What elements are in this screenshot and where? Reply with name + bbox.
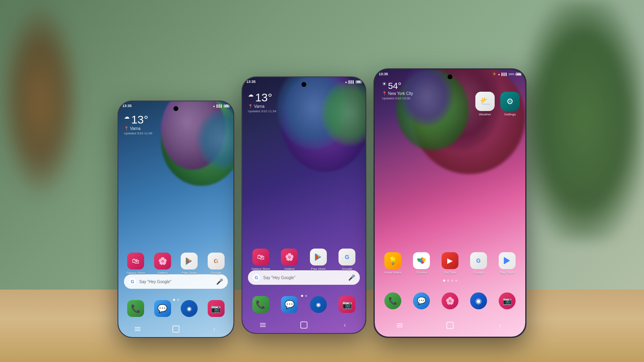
battery-pct-right: 89% — [509, 73, 514, 76]
weather-icon-right: ☀ — [382, 81, 387, 87]
phone-right: 13:35 🔕 ▲ ▌▌▌ 89% ☀ 54° 📍 New York City — [374, 68, 526, 338]
app-galaxy-store-center[interactable]: 🛍 Galaxy Store — [248, 249, 274, 271]
search-bar-center[interactable]: G Say "Hey Google" 🎤 — [248, 270, 360, 285]
status-time-center: 13:35 — [246, 80, 256, 84]
app-galaxy-store-left[interactable]: 🛍 Galaxy Store — [124, 253, 148, 275]
nav-back-right[interactable]: ‹ — [496, 321, 504, 329]
nav-home-center[interactable] — [300, 321, 308, 329]
weather-updated-center: Updated 3/10 11:34 — [248, 109, 276, 113]
google-g-left: G — [129, 278, 136, 285]
mic-icon-left[interactable]: 🎤 — [216, 278, 223, 285]
app-youtube-right[interactable]: ▶ YouTube — [438, 252, 463, 274]
app-google-right[interactable]: G Google — [466, 252, 491, 274]
galaxy-store-label-left: Galaxy Store — [126, 271, 145, 275]
app-google-center[interactable]: G Google — [334, 249, 360, 271]
dock-pay-left[interactable]: ◉ — [178, 300, 201, 317]
dock-phone-left[interactable]: 📞 — [124, 300, 148, 317]
app-google-left[interactable]: G Google — [204, 253, 228, 275]
app-grid-center: 🛍 Galaxy Store 🌸 Gallery Play Store — [248, 249, 360, 271]
nav-back-center[interactable]: ‹ — [341, 321, 349, 329]
status-bar-left: 13:35 ▲ ▌▌▌ — [122, 104, 229, 108]
search-bar-left[interactable]: G Say "Hey Google" 🎤 — [124, 274, 228, 289]
nav-recent-left[interactable] — [134, 325, 142, 333]
weather-updated-left: Updated 3/10 11:09 — [124, 132, 152, 135]
weather-icon-app-right: ⛅ — [475, 92, 495, 111]
nav-bar-right: ‹ — [375, 321, 525, 329]
nav-recent-center[interactable] — [259, 321, 267, 329]
dot-active-right-1 — [443, 280, 445, 282]
dock-phone-center[interactable]: 📞 — [248, 296, 274, 313]
dock-camera-left[interactable]: 📷 — [204, 300, 228, 317]
dock-camera-right[interactable]: 📷 — [494, 292, 520, 309]
nav-recent-right[interactable] — [396, 321, 404, 329]
app-settings-right[interactable]: ⚙ Settings — [500, 92, 520, 116]
app-play-store-center[interactable]: Play Store — [305, 249, 331, 271]
galaxy-store-label-center: Galaxy Store — [252, 267, 270, 271]
phone-center: 13:35 ▲ ▌▌▌ ☁ 13° 📍 Varna Updated 3/10 1… — [242, 76, 366, 334]
status-time-right: 13:35 — [379, 72, 388, 76]
play-store-icon-left — [181, 253, 198, 269]
app-gallery-center[interactable]: 🌸 Gallery — [277, 249, 303, 271]
signal-icon-center: ▌▌▌ — [349, 80, 355, 83]
nav-back-left[interactable]: ‹ — [210, 325, 218, 333]
dock-messages-left[interactable]: 💬 — [151, 300, 175, 317]
nav-home-left[interactable] — [172, 325, 180, 333]
dock-messages-center[interactable]: 💬 — [277, 296, 303, 313]
weather-temp-left: ☁ 13° — [124, 113, 152, 126]
weather-center: ☁ 13° 📍 Varna Updated 3/10 11:34 — [248, 91, 276, 113]
weather-icon-center: ☁ — [248, 91, 254, 98]
chrome-label-right: Chrome — [416, 271, 427, 274]
app-chrome-right[interactable]: Chrome — [409, 252, 434, 274]
bixby-icon-right: ◉ — [470, 292, 487, 309]
screen-left: 13:35 ▲ ▌▌▌ ☁ 13° 📍 Varna Updated 3/10 1… — [118, 101, 233, 337]
dot-right-1 — [447, 280, 449, 282]
weather-icon-left: ☁ — [124, 113, 130, 120]
phone-icon-center: 📞 — [252, 296, 269, 313]
weather-temp-right: ☀ 54° — [382, 81, 413, 91]
galaxy-store-icon-left: 🛍 — [127, 253, 144, 269]
battery-center — [356, 80, 361, 83]
mic-icon-center[interactable]: 🎤 — [348, 274, 355, 281]
play-store-icon-center — [310, 249, 327, 265]
weather-location-left: 📍 Varna — [124, 126, 152, 131]
google-icon-right: G — [470, 252, 487, 269]
screen-center: 13:35 ▲ ▌▌▌ ☁ 13° 📍 Varna Updated 3/10 1… — [242, 77, 365, 333]
settings-icon-right: ⚙ — [500, 92, 520, 111]
app-play-store-left[interactable]: Play Store — [178, 253, 201, 275]
app-weather-right[interactable]: ⛅ Weather — [475, 92, 495, 116]
nav-home-right[interactable] — [446, 321, 454, 329]
app-grid-left: 🛍 Galaxy Store 🌸 Gallery Play Stor — [124, 253, 228, 275]
screen-right: 13:35 🔕 ▲ ▌▌▌ 89% ☀ 54° 📍 New York City — [375, 70, 525, 337]
gallery-icon-dock-right: 🌸 — [442, 292, 458, 309]
settings-label-right: Settings — [504, 113, 516, 116]
app-play-store-right[interactable]: Play Store — [494, 252, 520, 274]
pay-icon-left: ◉ — [181, 300, 198, 317]
dock-gallery-right[interactable]: 🌸 — [438, 292, 463, 309]
dock-camera-center[interactable]: 📷 — [334, 296, 360, 313]
search-text-left: Say "Hey Google" — [139, 280, 213, 284]
status-time-left: 13:35 — [122, 104, 132, 108]
weather-left: ☁ 13° 📍 Varna Updated 3/10 11:09 — [124, 113, 152, 135]
dock-right: 📞 💬 🌸 ◉ 📷 — [380, 292, 520, 309]
gallery-icon-center: 🌸 — [281, 249, 298, 265]
signal-icon-right: ▌▌▌ — [502, 73, 508, 76]
app-gallery-left[interactable]: 🌸 Gallery — [151, 253, 175, 275]
camera-icon-right: 📷 — [499, 292, 516, 309]
google-icon-center: G — [339, 249, 355, 265]
google-g-center: G — [253, 274, 260, 281]
status-bar-right: 13:35 🔕 ▲ ▌▌▌ 89% — [379, 72, 521, 76]
app-keep-right[interactable]: 💡 Keep Notes — [380, 252, 406, 274]
messages-icon-left: 💬 — [154, 300, 171, 317]
dock-pay-center[interactable]: ◉ — [305, 296, 331, 313]
bg-foliage-right — [523, 0, 644, 241]
dnd-icon-right: 🔕 — [493, 72, 496, 76]
search-text-center: Say "Hey Google" — [263, 276, 345, 280]
wifi-icon-left: ▲ — [213, 105, 215, 107]
dock-messages-right[interactable]: 💬 — [409, 292, 434, 309]
wifi-icon-center: ▲ — [345, 80, 347, 83]
gallery-icon-left: 🌸 — [154, 253, 171, 269]
play-store-label-center: Play Store — [311, 267, 326, 271]
chrome-icon-right — [413, 252, 430, 269]
dock-phone-right[interactable]: 📞 — [380, 292, 406, 309]
dock-bixby-right[interactable]: ◉ — [466, 292, 491, 309]
